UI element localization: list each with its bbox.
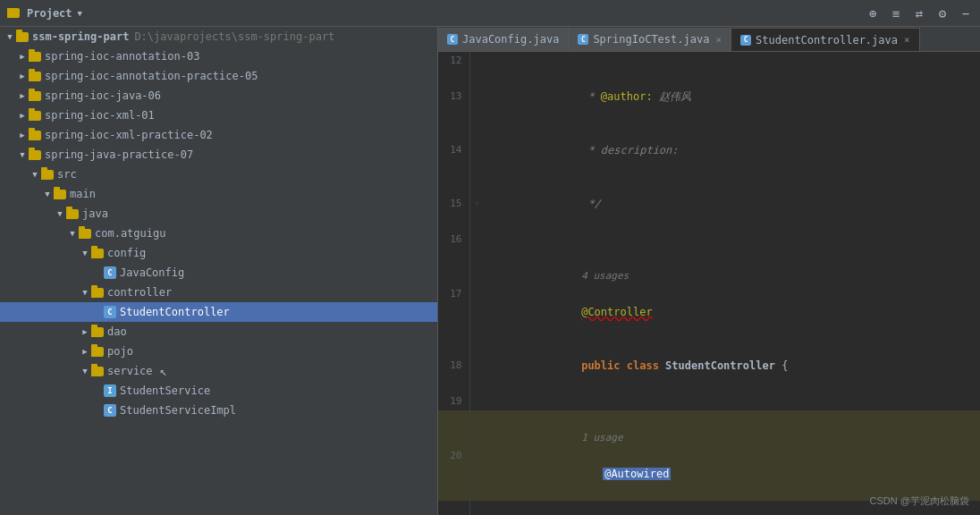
sidebar-item-src[interactable]: src — [0, 165, 437, 184]
arrow-java-06 — [16, 89, 29, 102]
sidebar-item-config[interactable]: config — [0, 243, 437, 263]
label-studentservice: StudentService — [120, 384, 210, 397]
line-content-15: */ — [484, 177, 980, 231]
sidebar-item-xml-02[interactable]: spring-ioc-xml-practice-02 — [0, 125, 437, 145]
sidebar-item-java-06[interactable]: spring-ioc-java-06 — [0, 86, 437, 106]
comment-14: * description: — [581, 144, 678, 156]
minimize-icon[interactable]: − — [959, 6, 973, 21]
code-table: 12 13 * @author: 赵伟风 14 — [438, 52, 980, 515]
code-area[interactable]: 12 13 * @author: 赵伟风 14 — [438, 52, 980, 515]
gutter-18 — [469, 339, 484, 393]
line-content-17: 4 usages @Controller — [484, 249, 980, 339]
sidebar-item-com-atguigu[interactable]: com.atguigu — [0, 224, 437, 243]
line-num-18: 18 — [438, 339, 469, 393]
label-com-atguigu: com.atguigu — [95, 227, 165, 240]
tab-close-springioctest[interactable]: × — [715, 34, 722, 46]
code-line-20: 20 1 usage @Autowired — [438, 410, 980, 501]
sidebar-item-javaconfig[interactable]: C JavaConfig — [0, 263, 437, 283]
sidebar-item-studentserviceimpl[interactable]: C StudentServiceImpl — [0, 401, 437, 420]
sidebar-root[interactable]: ssm-spring-part D:\javaprojects\ssm-spri… — [0, 27, 437, 46]
sidebar-item-xml-01[interactable]: spring-ioc-xml-01 — [0, 106, 437, 125]
sidebar-item-annotation-05[interactable]: spring-ioc-annotation-practice-05 — [0, 66, 437, 86]
label-xml-02: spring-ioc-xml-practice-02 — [45, 129, 213, 141]
line-content-14: * description: — [484, 123, 980, 177]
tab-label-studentcontroller: StudentController.java — [756, 34, 898, 46]
line-content-12 — [484, 52, 980, 70]
title-bar-left: Project ▼ — [7, 7, 82, 20]
gutter-14 — [469, 123, 484, 177]
folder-icon — [7, 8, 20, 18]
code-line-19: 19 — [438, 393, 980, 410]
tab-icon-javaconfig: C — [447, 34, 458, 45]
project-dropdown-icon[interactable]: ▼ — [78, 9, 82, 18]
annotation-autowired: @Autowired — [603, 468, 671, 480]
sidebar-item-service[interactable]: service ↖ — [0, 361, 437, 381]
arrow-config — [79, 247, 91, 259]
folder-icon-root — [16, 32, 29, 42]
gutter-17 — [469, 249, 484, 339]
label-service: service — [107, 365, 153, 377]
folder-icon-xml-02 — [29, 131, 41, 140]
tab-close-studentcontroller[interactable]: × — [904, 34, 910, 46]
title-bar: Project ▼ ⊕ ≡ ⇄ ⚙ − — [0, 0, 980, 27]
list-icon[interactable]: ≡ — [889, 6, 903, 21]
code-line-14: 14 * description: — [438, 123, 980, 177]
gutter-16 — [469, 231, 484, 249]
settings-icon[interactable]: ⚙ — [935, 6, 950, 21]
tab-studentcontroller[interactable]: C StudentController.java × — [731, 28, 920, 51]
brace-18: { — [781, 359, 788, 372]
gutter-21 — [469, 501, 484, 515]
classname-18: StudentController — [665, 359, 781, 372]
title-bar-controls: ⊕ ≡ ⇄ ⚙ − — [866, 6, 973, 21]
tab-bar: C JavaConfig.java C SpringIoCTest.java ×… — [438, 27, 980, 52]
sidebar-item-dao[interactable]: dao — [0, 322, 437, 342]
line-content-20: 1 usage @Autowired — [484, 410, 980, 501]
folder-icon-controller — [91, 288, 104, 298]
arrow-main — [41, 188, 54, 200]
root-path: D:\javaprojects\ssm-spring-part — [134, 30, 334, 43]
sidebar: ssm-spring-part D:\javaprojects\ssm-spri… — [0, 27, 438, 515]
line-num-17: 17 — [438, 249, 469, 339]
folder-icon-main — [54, 190, 66, 199]
sidebar-item-studentcontroller[interactable]: C StudentController — [0, 302, 437, 322]
sidebar-item-main[interactable]: main — [0, 184, 437, 204]
code-line-18: 18 public class StudentController { — [438, 339, 980, 393]
folder-icon-service — [91, 367, 104, 376]
line-content-13: * @author: 赵伟风 — [484, 70, 980, 123]
sidebar-item-java-07[interactable]: spring-java-practice-07 — [0, 145, 437, 165]
class-icon-studentcontroller: C — [104, 306, 116, 318]
sidebar-item-studentservice[interactable]: I StudentService — [0, 381, 437, 401]
tab-springioctest[interactable]: C SpringIoCTest.java × — [569, 28, 731, 51]
tab-javaconfig[interactable]: C JavaConfig.java — [438, 28, 569, 51]
line-content-16 — [484, 231, 980, 249]
line-num-20: 20 — [438, 410, 469, 501]
kw-class-18: class — [627, 359, 665, 372]
watermark: CSDN @芋泥肉松脑袋 — [870, 494, 969, 508]
arrow-root — [4, 30, 16, 43]
refresh-icon[interactable]: ⊕ — [866, 6, 880, 21]
sync-icon[interactable]: ⇄ — [912, 6, 926, 21]
sidebar-item-controller[interactable]: controller — [0, 283, 437, 302]
gutter-15: ◦ — [469, 177, 484, 231]
label-controller: controller — [107, 286, 172, 299]
arrow-xml-01 — [16, 109, 29, 122]
code-line-15: 15 ◦ */ — [438, 177, 980, 231]
folder-icon-xml-01 — [29, 111, 41, 121]
sidebar-item-pojo[interactable]: pojo — [0, 342, 437, 361]
tab-icon-studentcontroller: C — [740, 35, 751, 46]
label-java-07: spring-java-practice-07 — [45, 148, 193, 161]
code-line-16: 16 — [438, 231, 980, 249]
line-content-19 — [484, 393, 980, 410]
line-num-13: 13 — [438, 70, 469, 123]
folder-icon-pojo — [91, 347, 104, 357]
sidebar-item-annotation-03[interactable]: spring-ioc-annotation-03 — [0, 46, 437, 66]
folder-icon-annotation-05 — [29, 72, 41, 81]
code-line-13: 13 * @author: 赵伟风 — [438, 70, 980, 123]
sidebar-item-java[interactable]: java — [0, 204, 437, 224]
annotation-controller: @Controller — [581, 306, 652, 318]
arrow-java — [54, 207, 66, 220]
line-content-18: public class StudentController { — [484, 339, 980, 393]
gutter-19 — [469, 393, 484, 410]
usage-hint-20: 1 usage — [581, 432, 622, 443]
label-pojo: pojo — [107, 345, 133, 358]
